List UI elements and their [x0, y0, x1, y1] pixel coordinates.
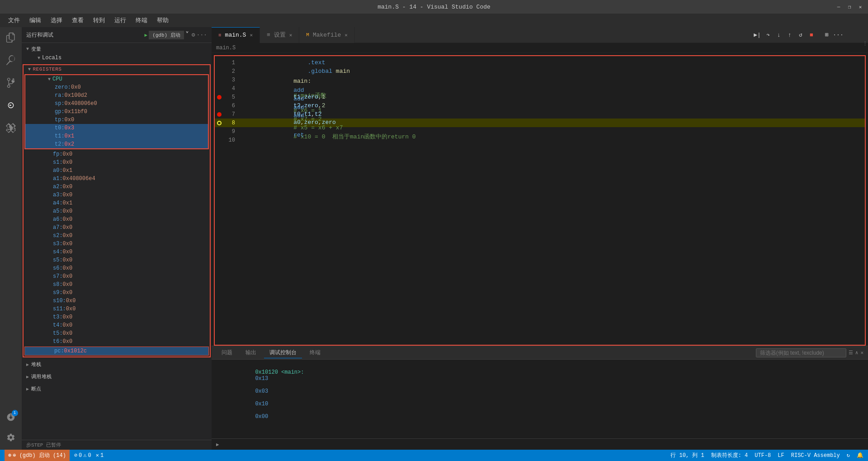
chevron-down-icon[interactable]: ˅	[185, 30, 189, 39]
settings-gear-icon[interactable]: ⚙	[192, 31, 195, 38]
menu-terminal[interactable]: 终端	[132, 15, 151, 26]
tab-close-main-s[interactable]: ✕	[250, 32, 253, 38]
reg-t4[interactable]: t4: 0x0	[24, 321, 210, 329]
layout-icon[interactable]: ⊞	[822, 30, 832, 40]
maximize-button[interactable]: ❐	[846, 4, 853, 10]
locals-item[interactable]: ▼ Locals	[22, 54, 212, 62]
reg-t6[interactable]: t6: 0x0	[24, 337, 210, 346]
language-status[interactable]: RISC-V Assembly	[791, 452, 840, 459]
reg-a4[interactable]: a4: 0x1	[24, 199, 210, 207]
menu-file[interactable]: 文件	[5, 15, 24, 26]
reg-ra[interactable]: ra: 0x100d2	[25, 91, 208, 100]
stack-header[interactable]: ▶ 堆栈	[22, 360, 212, 369]
cpu-header[interactable]: ▼ CPU	[25, 75, 208, 83]
code-editor[interactable]: 1 .text 2 .global main	[215, 56, 865, 345]
reg-a6[interactable]: a6: 0x0	[24, 215, 210, 223]
reg-s4[interactable]: s4: 0x0	[24, 248, 210, 256]
reg-t5[interactable]: t5: 0x0	[24, 329, 210, 337]
reg-a3[interactable]: a3: 0x0	[24, 191, 210, 199]
tab-makefile[interactable]: M Makefile ✕	[299, 27, 355, 43]
search-icon[interactable]	[3, 52, 19, 68]
eol-status[interactable]: LF	[778, 452, 784, 459]
reg-gp[interactable]: gp: 0x11bf0	[25, 108, 208, 116]
reg-fp[interactable]: fp: 0x0	[24, 150, 210, 158]
tab-main-s[interactable]: ≡ main.S ✕	[212, 27, 260, 43]
debug-status[interactable]: ⊛ ⊕ (gdb) 启动 (14)	[5, 450, 70, 461]
reg-a0[interactable]: a0: 0x1	[24, 166, 210, 175]
reg-t1[interactable]: t1: 0x1	[25, 132, 208, 140]
sidebar: 运行和调试 ▶ (gdb) 启动 ˅ ⚙ ··· ▼ 变量 ▼ Locals	[22, 27, 212, 450]
callstack-header[interactable]: ▶ 调用堆栈	[22, 372, 212, 381]
menu-help[interactable]: 帮助	[153, 15, 172, 26]
reg-s1[interactable]: s1: 0x0	[24, 158, 210, 166]
explorer-icon[interactable]	[3, 29, 19, 45]
tab-close-makefile[interactable]: ✕	[344, 32, 348, 38]
restart-button[interactable]: ↺	[796, 30, 806, 40]
menu-edit[interactable]: 编辑	[26, 15, 45, 26]
reg-a2[interactable]: a2: 0x0	[24, 183, 210, 191]
line-col-status[interactable]: 行 10, 列 1	[670, 451, 704, 459]
tab-settings[interactable]: ≡ 设置 ✕	[260, 27, 299, 43]
encoding-status[interactable]: UTF-8	[755, 452, 771, 459]
reg-t2[interactable]: t2: 0x2	[25, 140, 208, 148]
extensions-icon[interactable]	[3, 120, 19, 136]
settings-icon[interactable]	[3, 429, 19, 445]
reg-s5[interactable]: s5: 0x0	[24, 256, 210, 264]
menu-view[interactable]: 查看	[68, 15, 87, 26]
spaces-status[interactable]: 制表符长度: 4	[711, 451, 748, 459]
play-icon[interactable]: ▶	[145, 32, 148, 38]
reg-s11[interactable]: s11: 0x0	[24, 305, 210, 313]
tab-debug-console[interactable]: 调试控制台	[264, 347, 302, 358]
panel-close-icon[interactable]: ✕	[860, 350, 863, 356]
notification-icon[interactable]: 🔔	[857, 452, 863, 459]
breakpoints-header[interactable]: ▶ 断点	[22, 384, 212, 394]
status-right: 行 10, 列 1 制表符长度: 4 UTF-8 LF RISC-V Assem…	[670, 451, 863, 459]
menu-select[interactable]: 选择	[47, 15, 66, 26]
reg-s7[interactable]: s7: 0x0	[24, 272, 210, 280]
step-out-button[interactable]: ↑	[785, 30, 795, 40]
stop-button[interactable]: ■	[807, 30, 816, 40]
reg-pc[interactable]: pc: 0x1012c	[25, 347, 208, 355]
minimize-button[interactable]: —	[835, 4, 842, 10]
panel-up-icon[interactable]: ∧	[855, 350, 859, 356]
reg-sp[interactable]: sp: 0x408006e0	[25, 100, 208, 108]
tab-close-settings[interactable]: ✕	[289, 32, 292, 38]
more-options-icon[interactable]: ···	[197, 32, 207, 38]
tab-problems[interactable]: 问题	[216, 347, 238, 358]
reg-s8[interactable]: s8: 0x0	[24, 280, 210, 289]
filter-list-icon[interactable]: ☰	[849, 350, 853, 356]
reg-zero[interactable]: zero: 0x0	[25, 83, 208, 91]
error-status[interactable]: ⊘ 0 ⚠ 0	[74, 452, 91, 459]
registers-header[interactable]: ▼ Registers	[24, 65, 210, 73]
debug-icon[interactable]	[3, 97, 19, 113]
step-over-button[interactable]: ↷	[763, 30, 773, 40]
reg-s2[interactable]: s2: 0x0	[24, 232, 210, 240]
sync-icon[interactable]: ↻	[847, 452, 850, 459]
reg-s6[interactable]: s6: 0x0	[24, 264, 210, 272]
account-icon[interactable]	[3, 409, 19, 425]
reg-s10[interactable]: s10: 0x0	[24, 297, 210, 305]
continue-button[interactable]: ▶|	[752, 30, 762, 40]
breadcrumb-file[interactable]: main.S	[216, 45, 236, 51]
reg-a7[interactable]: a7: 0x0	[24, 223, 210, 232]
step-into-button[interactable]: ↓	[774, 30, 784, 40]
reg-tp[interactable]: tp: 0x0	[25, 116, 208, 124]
step-status[interactable]: ✕ 1	[96, 452, 104, 459]
more-options-btn[interactable]: ···	[833, 30, 843, 40]
tab-terminal[interactable]: 终端	[304, 347, 326, 358]
debug-config-select[interactable]: (gdb) 启动	[149, 31, 184, 39]
source-control-icon[interactable]	[3, 75, 19, 90]
console-input[interactable]	[222, 441, 863, 447]
reg-t0[interactable]: t0: 0x3	[25, 124, 208, 132]
reg-a1[interactable]: a1: 0x408006e4	[24, 175, 210, 183]
close-button[interactable]: ✕	[857, 4, 863, 10]
reg-s3[interactable]: s3: 0x0	[24, 240, 210, 248]
reg-a5[interactable]: a5: 0x0	[24, 207, 210, 215]
variables-header[interactable]: ▼ 变量	[22, 44, 212, 54]
filter-input[interactable]	[756, 348, 846, 357]
menu-goto[interactable]: 转到	[90, 15, 108, 26]
reg-s9[interactable]: s9: 0x0	[24, 289, 210, 297]
reg-t3[interactable]: t3: 0x0	[24, 313, 210, 321]
menu-run[interactable]: 运行	[111, 15, 130, 26]
tab-output[interactable]: 输出	[240, 347, 262, 358]
